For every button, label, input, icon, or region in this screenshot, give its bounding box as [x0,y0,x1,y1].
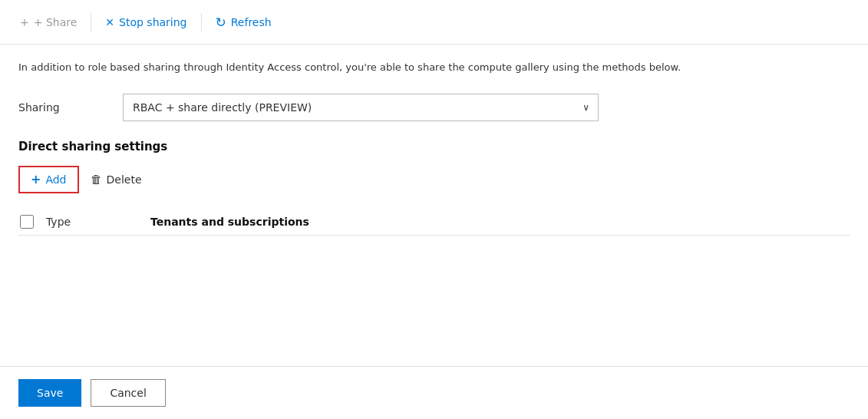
table-header: Type Tenants and subscriptions [18,209,850,236]
sharing-field-row: Sharing RBAC + share directly (PREVIEW) … [18,94,850,121]
main-content: In addition to role based sharing throug… [0,45,868,251]
add-label: Add [45,173,66,186]
share-label: + Share [34,16,78,28]
select-all-checkbox[interactable] [20,215,34,229]
sharing-dropdown[interactable]: RBAC + share directly (PREVIEW) [123,94,599,121]
cancel-button[interactable]: Cancel [91,379,165,407]
stop-sharing-label: Stop sharing [119,16,186,28]
delete-label: Delete [107,173,142,186]
footer: Save Cancel [0,366,868,419]
delete-button[interactable]: 🗑 Delete [79,166,153,193]
col-tenants-header: Tenants and subscriptions [150,216,850,228]
save-button[interactable]: Save [18,379,81,407]
info-text: In addition to role based sharing throug… [18,60,850,75]
toolbar-divider-1 [91,13,91,31]
trash-icon: 🗑 [91,173,102,186]
share-icon: + [20,16,29,28]
add-button[interactable]: + Add [18,166,79,193]
stop-icon: ✕ [105,16,114,28]
refresh-icon: ↻ [216,15,226,30]
toolbar-divider-2 [201,13,202,31]
direct-sharing-title: Direct sharing settings [18,140,850,153]
sharing-dropdown-wrapper: RBAC + share directly (PREVIEW) ∨ [123,94,599,121]
stop-sharing-button[interactable]: ✕ Stop sharing [97,12,194,33]
action-bar: + Add 🗑 Delete [18,166,850,193]
plus-icon: + [31,172,41,186]
sharing-label: Sharing [18,101,111,114]
col-type-header: Type [46,216,138,228]
refresh-button[interactable]: ↻ Refresh [208,10,279,35]
share-button[interactable]: + + Share [12,12,84,33]
toolbar: + + Share ✕ Stop sharing ↻ Refresh [0,0,868,45]
refresh-label: Refresh [231,16,272,28]
